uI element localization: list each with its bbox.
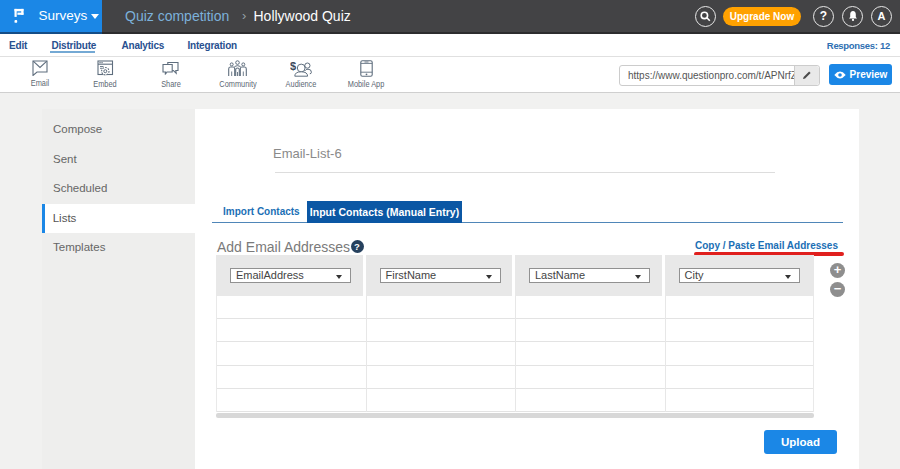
svg-text:$: $ (290, 60, 296, 72)
